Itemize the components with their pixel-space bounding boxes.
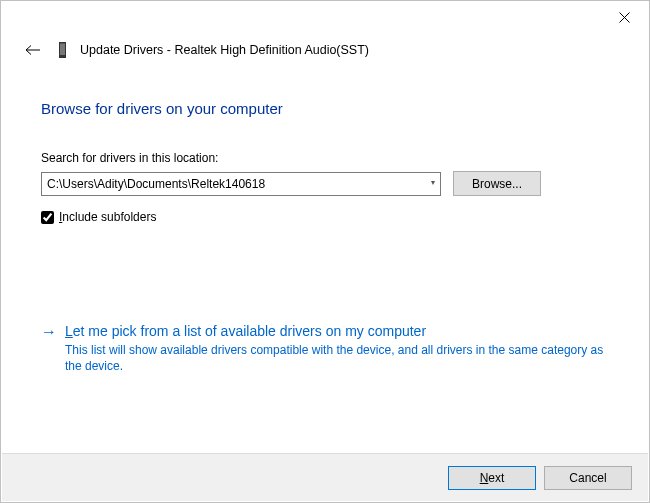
path-row: C:\Users\Adity\Documents\Reltek140618 ▾ … xyxy=(41,171,609,196)
footer-bar: Next Cancel xyxy=(2,453,648,501)
next-button[interactable]: Next xyxy=(448,466,536,490)
driver-path-input[interactable]: C:\Users\Adity\Documents\Reltek140618 ▾ xyxy=(41,172,441,196)
location-label: Search for drivers in this location: xyxy=(41,151,609,165)
close-button[interactable] xyxy=(602,3,647,31)
browse-button[interactable]: Browse... xyxy=(453,171,541,196)
wizard-title: Update Drivers - Realtek High Definition… xyxy=(80,43,369,57)
arrow-right-icon: → xyxy=(41,323,57,374)
pick-from-list-title: Let me pick from a list of available dri… xyxy=(65,322,609,340)
page-title: Browse for drivers on your computer xyxy=(41,100,609,117)
back-arrow-icon xyxy=(25,45,41,55)
driver-path-value: C:\Users\Adity\Documents\Reltek140618 xyxy=(47,177,265,191)
content-area: Browse for drivers on your computer Sear… xyxy=(1,72,649,374)
pick-from-list-text: Let me pick from a list of available dri… xyxy=(65,322,609,374)
include-subfolders-checkbox[interactable] xyxy=(41,211,54,224)
include-subfolders-label[interactable]: Include subfolders xyxy=(59,210,156,224)
device-icon xyxy=(59,42,66,58)
close-icon xyxy=(619,12,630,23)
wizard-header: Update Drivers - Realtek High Definition… xyxy=(1,31,649,72)
back-button[interactable] xyxy=(21,37,45,62)
include-subfolders-row: Include subfolders xyxy=(41,210,609,224)
path-dropdown-icon[interactable]: ▾ xyxy=(429,176,437,189)
pick-from-list-option[interactable]: → Let me pick from a list of available d… xyxy=(41,322,609,374)
cancel-button[interactable]: Cancel xyxy=(544,466,632,490)
titlebar xyxy=(1,1,649,31)
pick-from-list-description: This list will show available drivers co… xyxy=(65,342,609,374)
browse-button-label: Browse... xyxy=(472,177,522,191)
